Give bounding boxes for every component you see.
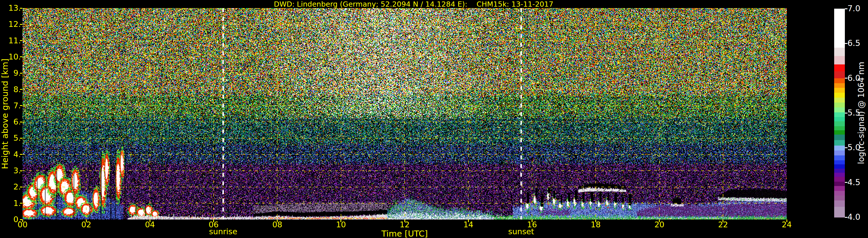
y-tick-label: 7. [0,101,21,110]
y-tick-label: 3. [0,166,21,175]
y-tick-label: 4. [0,150,21,159]
colorbar-tick-mark [845,8,847,9]
y-tick-mark [20,89,22,90]
colorbar-tick-label: 4.0 [847,213,861,222]
sun-event-label-sunrise: sunrise [197,227,249,236]
y-tick-label: 1. [0,199,21,208]
colorbar-segment [834,98,845,103]
colorbar-segment [834,160,845,165]
y-tick-mark [20,154,22,155]
colorbar-tick-mark [845,43,847,44]
colorbar-tick-mark [845,217,847,218]
colorbar-segment [834,150,845,156]
chart-title: DWD: Lindenberg (Germany; 52.2094 N / 14… [274,0,554,8]
colorbar-segment [834,156,845,160]
colorbar-segment [834,182,845,186]
colorbar-tick-mark [845,113,847,113]
colorbar-segment [834,196,845,200]
colorbar-segment [834,64,845,72]
colorbar-tick-mark [845,78,847,78]
y-tick-mark [20,122,22,123]
x-tick-mark [532,219,532,222]
sun-event-label-sunset: sunset [495,227,547,236]
y-tick-mark [20,56,22,57]
y-tick-mark [20,170,22,171]
x-tick-mark [86,219,87,222]
colorbar [834,9,845,217]
colorbar-segment [834,135,845,140]
ceilometer-figure: DWD: Lindenberg (Germany; 52.2094 N / 14… [0,0,868,238]
x-tick-mark [150,219,150,222]
y-tick-mark [20,186,22,188]
y-tick-label: 8. [0,85,21,94]
x-tick-mark [595,219,596,222]
x-tick-mark [22,219,23,222]
x-tick-mark [786,219,787,222]
colorbar-tick-label: 6.5 [847,39,861,48]
y-tick-label: 10. [0,53,21,61]
x-tick-mark [659,219,660,222]
y-tick-label: 9. [0,69,21,77]
colorbar-segment [834,93,845,98]
x-tick-mark [468,219,469,222]
colorbar-segment [834,177,845,182]
y-tick-mark [20,203,22,204]
y-tick-label: 5. [0,134,21,142]
y-tick-mark [20,105,22,106]
colorbar-segment [834,200,845,207]
y-tick-mark [20,8,22,9]
colorbar-segment [834,169,845,173]
colorbar-segment [834,88,845,93]
colorbar-tick-mark [845,182,847,183]
y-tick-label: 11. [0,36,21,45]
y-tick-mark [20,24,22,25]
y-tick-label: 13. [0,4,21,12]
colorbar-segment [834,207,845,217]
colorbar-segment [834,83,845,88]
colorbar-segment [834,186,845,191]
x-tick-mark [340,219,341,222]
colorbar-segment [834,112,845,117]
y-tick-label: 2. [0,182,21,191]
colorbar-segment [834,48,845,56]
colorbar-tick-mark [845,147,847,148]
colorbar-segment [834,103,845,107]
colorbar-segment [834,9,845,48]
y-tick-label: 6. [0,117,21,126]
colorbar-tick-label: 4.5 [847,178,861,187]
colorbar-segment [834,164,845,169]
x-tick-mark [404,219,405,222]
x-tick-mark [213,219,214,222]
colorbar-segment [834,145,845,150]
colorbar-tick-label: 7.0 [847,4,861,13]
y-tick-mark [20,73,22,74]
x-axis-title: Time [UTC] [381,229,428,238]
colorbar-segment [834,107,845,112]
colorbar-segment [834,140,845,146]
y-tick-mark [20,40,22,41]
colorbar-segment [834,121,845,126]
colorbar-segment [834,191,845,196]
colorbar-title: log(rc-signal) @ 1064 nm [857,62,866,164]
colorbar-segment [834,173,845,177]
y-tick-mark [20,138,22,139]
heatmap-canvas [23,8,787,219]
colorbar-segment [834,78,845,83]
y-tick-label: 12. [0,20,21,29]
colorbar-segment [834,71,845,78]
colorbar-segment [834,117,845,121]
x-tick-mark [722,219,723,222]
x-tick-mark [277,219,278,222]
colorbar-segment [834,130,845,135]
colorbar-segment [834,126,845,131]
colorbar-segment [834,56,845,64]
